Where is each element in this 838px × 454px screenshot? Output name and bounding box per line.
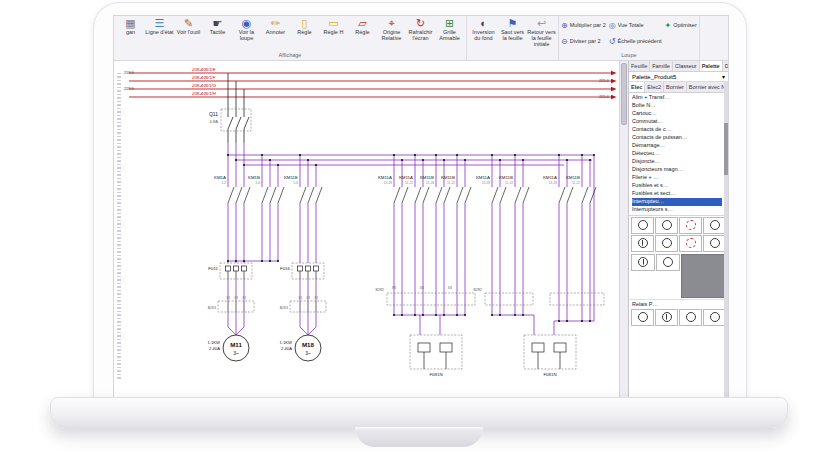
echelle-precedent-button[interactable]: ↺Échelle précédent [609, 37, 662, 46]
category-row[interactable]: Filerie + … [632, 174, 722, 182]
regle-icon: ▱ [358, 17, 366, 29]
schematic-drawing: 208-4/Bl/1/E218-9208-4/Bl/1/F222-4208-4/… [122, 63, 619, 395]
category-row[interactable]: Boîte N… [632, 102, 722, 110]
category-row[interactable]: Contacts de c… [632, 126, 722, 134]
category-row[interactable]: Fusibles et s… [632, 182, 722, 190]
svg-text:222-4: 222-4 [599, 95, 609, 99]
multiplier-par-2-button[interactable]: ⊕Multiplier par 2 [561, 21, 606, 30]
svg-text:13-28: 13-28 [482, 181, 490, 185]
panel-scrollbar[interactable] [724, 81, 728, 397]
grille-armable-button[interactable]: ⊞Grille Armable [435, 17, 464, 41]
workspace: 208-4/Bl/1/E218-9208-4/Bl/1/F222-4208-4/… [114, 61, 728, 397]
optimiser-button[interactable]: ✦Optimiser [665, 21, 697, 30]
symbol-cell[interactable] [631, 217, 654, 234]
ligne-d-etat-button[interactable]: ☰Ligne d'état [145, 17, 174, 35]
chevron-down-icon: ▾ [722, 73, 725, 80]
symbol-cell[interactable] [655, 217, 678, 234]
saut-vers-la-feuille-button[interactable]: ⚑Saut vers la feuille [498, 17, 527, 41]
category-row[interactable]: Alim + Transf… [632, 94, 722, 102]
circle-icon [638, 312, 648, 322]
gan-button[interactable]: ▦gan [116, 17, 145, 35]
svg-text:KM11B: KM11B [566, 175, 580, 180]
svg-text:KM11E: KM11E [284, 175, 298, 180]
svg-text:208-4/Bl/1/F: 208-4/Bl/1/F [191, 75, 216, 80]
origine-relative-button[interactable]: ⌖Origine Relative [377, 17, 406, 41]
panel-scrollbar-thumb[interactable] [724, 123, 728, 175]
symbol-cell[interactable] [679, 309, 702, 326]
laptop-bezel: ▦gan☰Ligne d'état✎Voir l'outil☛Tactile◉V… [93, 2, 747, 410]
next-category-label: Relais P… [629, 299, 728, 308]
category-row[interactable]: Disjoncte… [632, 158, 722, 166]
palette-subtab-bornier-avec-n[interactable]: Bornier avec N° [687, 82, 728, 92]
svg-text:X3: X3 [226, 296, 230, 300]
inversion-du-fond-button[interactable]: ◐Inversion du fond [469, 17, 498, 41]
svg-text:1-2: 1-2 [221, 181, 226, 185]
saut-vers-la-feuille-icon: ⚑ [508, 17, 518, 29]
tactile-button[interactable]: ☛Tactile [203, 17, 232, 35]
regle-h-icon: ▭ [328, 17, 338, 29]
palette-selector[interactable]: Palette_Produit5 ▾ [629, 72, 728, 82]
svg-text:5-6: 5-6 [293, 181, 298, 185]
panel-tab-dossier[interactable]: Dossier [723, 61, 728, 71]
retour-vers-la-feuille-initiale-button[interactable]: ↩Retour vers la feuille initiale [527, 17, 556, 47]
symbol-cell[interactable] [655, 235, 678, 252]
diviser-par-2-icon: ⊖ [561, 37, 568, 46]
voir-l-outil-button[interactable]: ✎Voir l'outil [174, 17, 203, 35]
palette-subtab-elec[interactable]: Elec [629, 82, 645, 92]
category-row[interactable]: Démarrage… [632, 142, 722, 150]
drawing-canvas[interactable]: 208-4/Bl/1/E218-9208-4/Bl/1/F222-4208-4/… [114, 61, 619, 397]
category-row[interactable]: Contacts de puissan… [632, 134, 722, 142]
palette-subtab-bar: ElecElec2BornierBornier avec N° [629, 82, 728, 93]
svg-text:KM1B: KM1B [248, 175, 260, 180]
svg-text:M18: M18 [302, 341, 315, 348]
panel-tab-feuille[interactable]: Feuille [629, 61, 650, 71]
palette-subtab-elec2[interactable]: Elec2 [645, 82, 664, 92]
category-row[interactable]: Interrupteurs s… [632, 206, 722, 214]
panel-tab-famille[interactable]: Famille [650, 61, 673, 71]
diviser-par-2-button[interactable]: ⊖Diviser par 2 [561, 37, 606, 46]
svg-text:208-4/Bl/1/E: 208-4/Bl/1/E [191, 67, 216, 72]
panel-tab-palette[interactable]: Palette [700, 61, 723, 71]
category-row[interactable]: Disjoncteurs magn… [632, 166, 722, 174]
symbol-cell[interactable] [631, 235, 654, 252]
symbol-cell[interactable] [656, 254, 680, 271]
svg-text:13-28: 13-28 [549, 181, 557, 185]
svg-text:13-28: 13-28 [426, 181, 434, 185]
panel-tab-classeur[interactable]: Classeur [673, 61, 700, 71]
voir-l-outil-icon: ✎ [184, 17, 193, 29]
symbol-cell[interactable] [679, 235, 702, 252]
symbol-cell[interactable] [679, 217, 702, 234]
category-row[interactable]: Commutat… [632, 118, 722, 126]
svg-text:3~: 3~ [305, 350, 311, 356]
rafraichir-l-ecran-button[interactable]: ↻Rafraîchir l'écran [406, 17, 435, 41]
symbol-cell[interactable] [655, 309, 678, 326]
svg-text:KM11A: KM11A [476, 175, 490, 180]
panel-tab-bar: FeuilleFamilleClasseurPaletteDossier [629, 61, 728, 72]
svg-text:F011: F011 [208, 266, 218, 271]
regle-h-button[interactable]: ▭Règle H [319, 17, 348, 35]
regle-button[interactable]: ▱Règle [348, 17, 377, 35]
voir-la-loupe-button[interactable]: ◉Voir la loupe [232, 17, 261, 41]
inversion-du-fond-icon: ◐ [480, 17, 487, 29]
category-row[interactable]: Fusibles et sect… [632, 190, 722, 198]
canvas-vertical-scrollbar[interactable] [619, 61, 628, 397]
annoter-button[interactable]: ✏Annoter [261, 17, 290, 35]
vue-totale-button[interactable]: ◎Vue Totale [609, 21, 662, 30]
symbol-cell[interactable] [703, 217, 726, 234]
svg-text:2.40A: 2.40A [209, 346, 220, 351]
svg-text:X3: X3 [314, 296, 318, 300]
scrollbar-thumb[interactable] [621, 63, 627, 125]
circle-bar-icon [638, 257, 648, 267]
multiplier-par-2-icon: ⊕ [561, 21, 568, 30]
regle-button[interactable]: ▯Règle [290, 17, 319, 35]
symbol-cell[interactable] [703, 309, 726, 326]
symbol-cell[interactable] [631, 254, 655, 271]
category-row[interactable]: Cartouc… [632, 110, 722, 118]
palette-subtab-bornier[interactable]: Bornier [664, 82, 687, 92]
category-row[interactable]: Détecteu… [632, 150, 722, 158]
symbol-cell[interactable] [631, 309, 654, 326]
category-row[interactable]: Interrupteu… [632, 198, 722, 206]
svg-text:X3: X3 [306, 296, 310, 300]
symbol-cell[interactable] [703, 235, 726, 252]
svg-text:218-9: 218-9 [124, 87, 134, 91]
